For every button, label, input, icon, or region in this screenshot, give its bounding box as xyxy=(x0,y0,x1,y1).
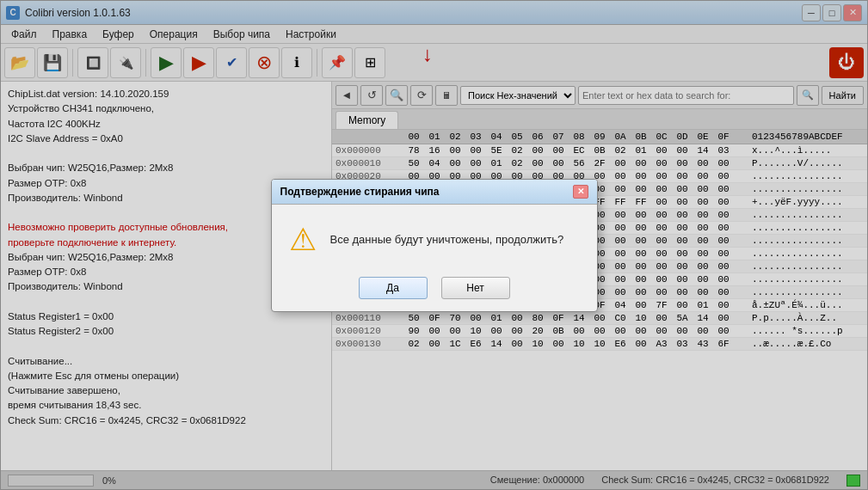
warning-icon: ⚠ xyxy=(289,222,317,258)
dialog-title-text: Подтверждение стирания чипа xyxy=(280,186,440,198)
dialog-no-button[interactable]: Нет xyxy=(441,277,510,299)
dialog-message: Все данные будут уничтожены, продолжить? xyxy=(330,233,564,246)
dialog-overlay: Подтверждение стирания чипа ✕ ⚠ Все данн… xyxy=(1,1,867,489)
dialog-close-button[interactable]: ✕ xyxy=(573,185,588,199)
dialog-title-bar: Подтверждение стирания чипа ✕ xyxy=(272,180,597,205)
dialog-buttons: Да Нет xyxy=(272,270,597,311)
dialog-yes-button[interactable]: Да xyxy=(359,277,428,299)
main-window: C Colibri version 1.0.1.63 ─ □ ✕ Файл Пр… xyxy=(0,0,868,490)
dialog-body: ⚠ Все данные будут уничтожены, продолжит… xyxy=(272,205,597,270)
erase-confirm-dialog: Подтверждение стирания чипа ✕ ⚠ Все данн… xyxy=(271,179,598,312)
